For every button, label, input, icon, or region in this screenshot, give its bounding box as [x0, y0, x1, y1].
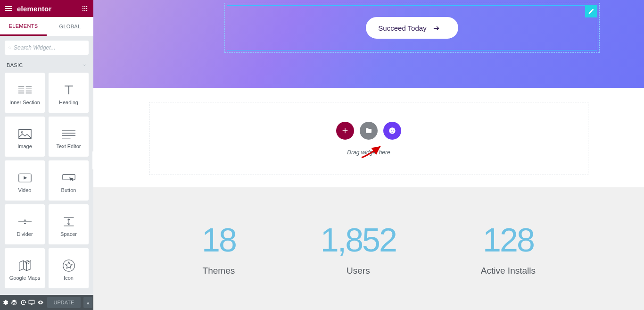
elementor-sidebar: elementor ELEMENTS GLOBAL BASIC Inner Se… — [0, 0, 93, 310]
add-template-button[interactable] — [360, 122, 378, 140]
tab-global[interactable]: GLOBAL — [47, 17, 93, 36]
chevron-down-icon — [82, 63, 87, 67]
widget-spacer[interactable]: Spacer — [49, 204, 89, 244]
inner-section-icon — [18, 84, 32, 97]
stat-themes: 18 Themes — [202, 221, 236, 276]
text-editor-icon — [62, 127, 75, 141]
widget-image[interactable]: Image — [5, 117, 45, 157]
svg-point-35 — [391, 129, 392, 130]
arrow-right-icon: ➔ — [433, 24, 439, 33]
apps-icon[interactable] — [76, 0, 93, 17]
svg-point-7 — [84, 10, 85, 11]
search-icon — [8, 45, 11, 50]
new-section-buttons — [336, 122, 401, 140]
navigator-icon[interactable] — [10, 295, 19, 310]
svg-point-2 — [86, 6, 87, 7]
settings-icon[interactable] — [1, 295, 10, 310]
hero-section: Succeed Today ➔ — [93, 0, 644, 88]
widget-heading[interactable]: Heading — [49, 73, 89, 113]
column-outline[interactable]: Succeed Today ➔ — [227, 5, 597, 50]
svg-point-3 — [83, 8, 83, 9]
add-section-button[interactable] — [336, 122, 354, 140]
edit-column-icon[interactable] — [585, 5, 597, 17]
svg-rect-32 — [29, 300, 35, 304]
svg-rect-33 — [31, 304, 33, 305]
widget-button[interactable]: Button — [49, 160, 89, 201]
stat-users: 1,852 Users — [321, 221, 396, 276]
widget-divider[interactable]: Divider — [5, 204, 45, 244]
widget-group-basic[interactable]: BASIC — [0, 59, 93, 73]
widget-label: Heading — [59, 100, 78, 105]
svg-point-34 — [389, 127, 395, 134]
sidebar-tabs: ELEMENTS GLOBAL — [0, 17, 93, 36]
spacer-icon — [62, 215, 75, 228]
widget-label: Video — [18, 187, 32, 193]
stat-label: Active Installs — [481, 266, 536, 276]
widget-label: Button — [61, 187, 76, 193]
search-box[interactable] — [5, 41, 89, 55]
stat-value: 1,852 — [321, 221, 396, 259]
widget-label: Inner Section — [9, 100, 40, 105]
map-icon — [18, 259, 32, 272]
svg-point-9 — [9, 47, 10, 48]
sidebar-footer: UPDATE ▲ — [0, 295, 93, 310]
svg-line-10 — [10, 48, 10, 49]
svg-point-4 — [84, 8, 85, 9]
svg-point-36 — [393, 129, 394, 130]
stat-value: 18 — [202, 221, 236, 259]
widget-group-label: BASIC — [7, 62, 23, 68]
section-outline[interactable]: Succeed Today ➔ — [224, 3, 600, 53]
widget-text-editor[interactable]: Text Editor — [49, 117, 89, 157]
svg-point-6 — [83, 10, 83, 11]
add-new-section[interactable]: Drag widget here — [149, 102, 588, 175]
drop-hint: Drag widget here — [347, 149, 390, 156]
divider-icon — [18, 215, 32, 228]
update-button[interactable]: UPDATE — [47, 297, 81, 308]
button-icon — [62, 171, 75, 184]
preview-icon[interactable] — [36, 295, 45, 310]
video-icon — [18, 171, 32, 184]
stat-label: Themes — [202, 266, 236, 276]
update-options-caret[interactable]: ▲ — [83, 297, 92, 308]
widget-label: Divider — [17, 231, 33, 237]
brand-title: elementor — [17, 5, 76, 13]
widget-grid: Inner Section Heading Image Text Editor … — [0, 73, 93, 288]
widget-inner-section[interactable]: Inner Section — [5, 73, 45, 113]
ai-face-icon — [388, 127, 396, 134]
menu-icon[interactable] — [0, 0, 17, 17]
svg-point-1 — [84, 6, 85, 7]
stat-value: 128 — [481, 221, 536, 259]
search-input[interactable] — [14, 44, 85, 51]
widget-label: Icon — [64, 275, 74, 281]
svg-point-5 — [86, 8, 87, 9]
svg-rect-26 — [62, 174, 74, 180]
responsive-icon[interactable] — [27, 295, 36, 310]
sidebar-header: elementor — [0, 0, 93, 17]
tab-elements[interactable]: ELEMENTS — [0, 17, 47, 36]
button-label: Succeed Today — [378, 24, 426, 32]
ai-button[interactable] — [383, 122, 401, 140]
heading-icon — [62, 84, 75, 97]
succeed-today-button[interactable]: Succeed Today ➔ — [366, 17, 458, 39]
widget-label: Image — [17, 143, 32, 149]
svg-point-8 — [86, 10, 87, 11]
plus-icon — [341, 127, 349, 134]
stat-label: Users — [321, 266, 396, 276]
editor-canvas: Succeed Today ➔ Drag widget here 18 Th — [93, 0, 644, 310]
widget-video[interactable]: Video — [5, 160, 45, 201]
star-icon — [62, 259, 75, 272]
widget-google-maps[interactable]: Google Maps — [5, 248, 45, 288]
widget-label: Text Editor — [57, 143, 81, 149]
svg-point-20 — [21, 131, 23, 133]
widget-label: Google Maps — [9, 275, 40, 281]
widget-icon[interactable]: Icon — [49, 248, 89, 288]
history-icon[interactable] — [18, 295, 27, 310]
widget-label: Spacer — [60, 231, 77, 237]
svg-rect-19 — [18, 129, 31, 138]
folder-icon — [365, 127, 372, 134]
stats-band: 18 Themes 1,852 Users 128 Active Install… — [93, 187, 644, 310]
stat-installs: 128 Active Installs — [481, 221, 536, 276]
sidebar-search — [0, 36, 93, 59]
svg-point-0 — [83, 6, 83, 7]
image-icon — [18, 127, 32, 141]
